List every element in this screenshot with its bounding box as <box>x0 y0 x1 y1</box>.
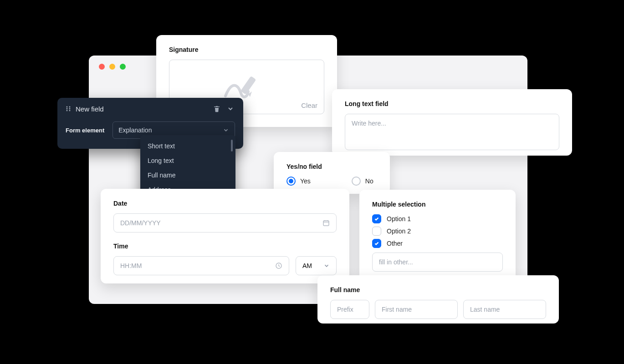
ampm-value: AM <box>302 262 312 269</box>
yesno-card: Yes/no field Yes No <box>274 152 390 194</box>
radio-label: No <box>365 177 373 185</box>
firstname-input-wrapper <box>375 300 458 319</box>
lastname-input[interactable] <box>470 306 539 313</box>
svg-rect-8 <box>323 221 329 226</box>
radio-no[interactable]: No <box>352 177 373 186</box>
time-input[interactable] <box>120 262 282 269</box>
signature-clear-button[interactable]: Clear <box>301 101 317 109</box>
svg-point-2 <box>66 106 68 108</box>
radio-icon <box>352 177 361 186</box>
prefix-input-wrapper <box>330 300 369 319</box>
datetime-card: Date Time AM <box>101 189 349 283</box>
date-input[interactable] <box>120 219 330 227</box>
checkbox-option-1[interactable]: Option 1 <box>372 214 503 223</box>
checkbox-other[interactable]: Other <box>372 239 503 248</box>
calendar-icon[interactable] <box>322 219 330 227</box>
svg-point-7 <box>69 110 71 111</box>
chevron-down-icon <box>323 263 330 269</box>
time-input-wrapper <box>113 256 289 275</box>
lastname-input-wrapper <box>463 300 546 319</box>
minimize-icon[interactable] <box>109 64 115 70</box>
clock-icon[interactable] <box>275 262 282 269</box>
dropdown-option[interactable]: Full name <box>140 168 235 182</box>
other-input-wrapper <box>372 253 503 272</box>
other-input[interactable] <box>379 258 496 266</box>
longtext-input[interactable] <box>345 114 559 150</box>
collapse-field-button[interactable] <box>226 104 235 113</box>
time-label: Time <box>113 243 337 250</box>
dropdown-option[interactable]: Short text <box>140 139 235 153</box>
svg-point-5 <box>69 108 71 110</box>
checkbox-label: Other <box>387 240 403 247</box>
signature-pen-icon <box>222 73 272 101</box>
multiple-selection-card: Multiple selection Option 1 Option 2 Oth… <box>359 190 516 276</box>
longtext-title: Long text field <box>345 100 559 107</box>
prefix-input[interactable] <box>337 306 363 313</box>
checkbox-label: Option 1 <box>387 215 411 222</box>
window-traffic-lights <box>99 64 126 70</box>
yesno-title: Yes/no field <box>286 163 377 170</box>
ampm-select[interactable]: AM <box>296 256 337 275</box>
new-field-title: New field <box>76 105 104 113</box>
close-icon[interactable] <box>99 64 105 70</box>
svg-point-3 <box>69 106 71 108</box>
signature-title: Signature <box>169 46 324 53</box>
radio-label: Yes <box>300 177 311 185</box>
delete-field-button[interactable] <box>212 104 221 113</box>
checkbox-icon <box>372 239 381 248</box>
maximize-icon[interactable] <box>120 64 126 70</box>
date-input-wrapper <box>113 213 337 233</box>
svg-point-4 <box>66 108 68 110</box>
svg-point-6 <box>66 110 68 111</box>
multiple-selection-title: Multiple selection <box>372 201 503 208</box>
chevron-down-icon <box>223 127 229 133</box>
checkbox-option-2[interactable]: Option 2 <box>372 227 503 236</box>
scrollbar[interactable] <box>231 140 233 152</box>
chevron-down-icon <box>227 105 234 112</box>
checkbox-icon <box>372 214 381 223</box>
form-element-label: Form element <box>66 127 104 134</box>
checkbox-icon <box>372 227 381 236</box>
dropdown-option[interactable]: Long text <box>140 153 235 168</box>
fullname-title: Full name <box>330 286 546 293</box>
longtext-card: Long text field <box>332 89 572 156</box>
drag-handle-icon[interactable] <box>66 106 71 112</box>
radio-icon <box>286 177 296 186</box>
trash-icon <box>213 105 220 112</box>
checkbox-label: Option 2 <box>387 228 411 235</box>
firstname-input[interactable] <box>382 306 451 313</box>
date-label: Date <box>113 200 337 207</box>
fullname-card: Full name <box>317 275 559 324</box>
radio-yes[interactable]: Yes <box>286 177 311 186</box>
form-element-selected: Explanation <box>118 126 152 134</box>
